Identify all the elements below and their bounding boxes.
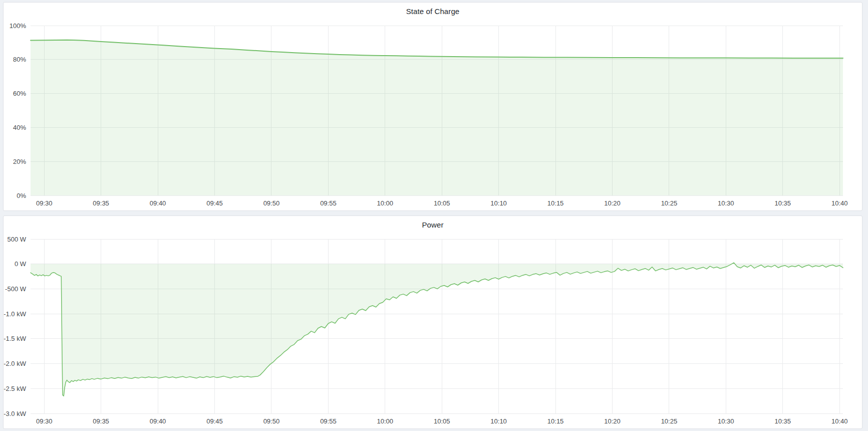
x-tick-label: 09:55 [320,417,337,425]
x-tick-label: 10:15 [547,417,564,425]
x-tick-label: 09:45 [206,199,223,207]
x-tick-label: 09:30 [36,199,53,207]
x-tick-label: 09:50 [263,417,280,425]
x-tick-label: 09:40 [150,417,166,425]
x-tick-label: 10:05 [434,417,450,425]
x-tick-label: 10:25 [661,417,678,425]
x-tick-label: 09:40 [150,199,166,207]
x-tick-label: 10:40 [831,417,848,425]
y-tick-label: -1.0 kW [4,310,27,318]
y-tick-label: -1.5 kW [4,335,27,342]
y-tick-label: 20% [13,158,26,165]
x-tick-label: 10:35 [775,417,791,425]
x-tick-label: 10:35 [775,199,791,207]
x-tick-label: 09:30 [36,417,53,425]
x-tick-label: 09:55 [320,199,337,207]
x-tick-label: 09:50 [263,199,280,207]
y-tick-label: -2.0 kW [4,360,27,367]
y-tick-label: 60% [13,90,26,97]
y-tick-label: 80% [13,56,26,63]
panel-power: Power 500 W0 W-500 W-1.0 kW-1.5 kW-2.0 k… [3,216,862,429]
x-tick-label: 10:25 [661,199,678,207]
x-tick-label: 09:45 [206,417,223,425]
dashboard-grid: State of Charge 100%80%60%40%20%0%09:300… [3,2,862,429]
panel-state-of-charge: State of Charge 100%80%60%40%20%0%09:300… [3,2,862,211]
state-of-charge-chart[interactable]: 100%80%60%40%20%0%09:3009:3509:4009:4509… [4,20,862,210]
y-tick-label: 100% [10,22,27,30]
y-tick-label: -2.5 kW [4,385,27,392]
series-fill [31,40,843,195]
y-tick-label: 500 W [7,236,26,243]
x-tick-label: 10:15 [547,199,564,207]
y-tick-label: 0 W [15,260,27,268]
y-tick-label: 40% [13,124,26,131]
x-tick-label: 10:40 [831,199,848,207]
panel-title-power: Power [4,216,862,233]
x-tick-label: 10:30 [718,417,734,425]
x-tick-label: 10:00 [377,199,394,207]
chart-svg: 500 W0 W-500 W-1.0 kW-1.5 kW-2.0 kW-2.5 … [4,233,862,428]
series-fill [31,263,843,396]
x-tick-label: 10:05 [434,199,450,207]
y-tick-label: -500 W [5,285,27,293]
x-tick-label: 09:35 [93,199,109,207]
y-tick-label: 0% [17,192,26,199]
power-chart[interactable]: 500 W0 W-500 W-1.0 kW-1.5 kW-2.0 kW-2.5 … [4,233,862,428]
x-tick-label: 10:30 [718,199,734,207]
x-tick-label: 10:20 [604,417,621,425]
x-tick-label: 10:10 [490,417,507,425]
y-tick-label: -3.0 kW [4,410,27,417]
x-tick-label: 10:10 [490,199,507,207]
x-tick-label: 10:20 [604,199,621,207]
x-tick-label: 09:35 [93,417,109,425]
panel-title-state-of-charge: State of Charge [4,3,862,20]
chart-svg: 100%80%60%40%20%0%09:3009:3509:4009:4509… [4,20,862,210]
x-tick-label: 10:00 [377,417,394,425]
